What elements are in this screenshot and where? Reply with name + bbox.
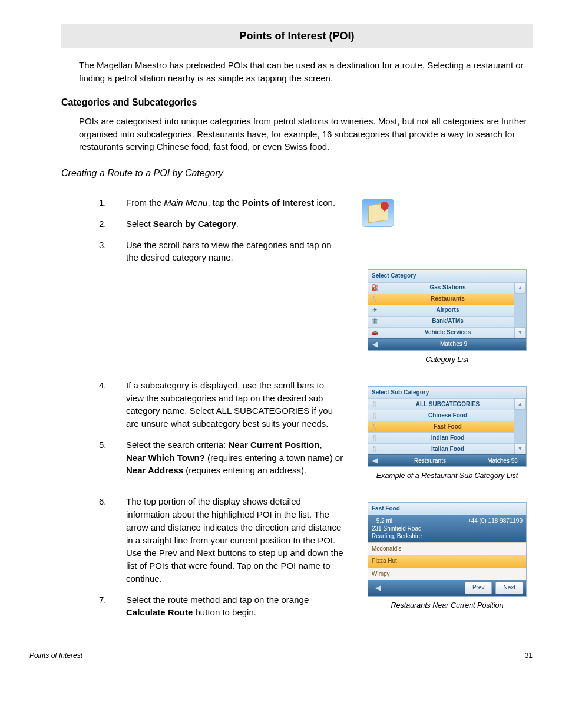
step-3: Use the scroll bars to view the categori… [99,239,344,265]
list-item[interactable]: 🍴Indian Food [368,432,514,443]
section-heading: Categories and Subcategories [61,95,533,109]
prev-button[interactable]: Prev [465,582,492,594]
screen1-footer: Matches 9 [381,340,526,349]
poi-phone: +44 (0) 118 9871199 [468,517,523,540]
category-icon: 🏦 [368,317,381,326]
direction-arrow-icon: ↓ [372,518,375,524]
poi-detail-panel: ↓ 5.2 mi 231 Shinfield Road Reading, Ber… [368,515,526,542]
poi-address-1: 231 Shinfield Road [372,525,422,532]
step-6: The top portion of the display shows det… [99,495,344,585]
list-item[interactable]: 🍴Chinese Food [368,410,514,421]
scroll-down-icon[interactable]: ▼ [514,327,526,338]
scroll-down-icon[interactable]: ▼ [514,443,526,454]
list-item[interactable]: 🍴Italian Food [368,443,514,454]
screen1-caption: Category List [362,354,533,365]
footer-section-name: Points of Interest [29,651,82,661]
screen2-footer-right: Matches 56 [479,457,526,466]
category-icon: 🍴 [368,295,381,304]
subsection-heading: Creating a Route to a POI by Category [61,166,533,180]
step-2: Select Search by Category. [99,218,344,230]
category-icon: 🍴 [368,445,381,454]
screen2-footer-left: Restaurants [381,457,479,466]
category-icon: 🍴 [368,423,381,431]
scroll-up-icon[interactable]: ▲ [514,282,526,294]
list-item[interactable]: 🚗Vehicle Services [368,327,514,338]
category-icon: ⛽ [368,284,381,292]
list-item[interactable]: Mcdonald's [368,542,526,555]
page-title: Points of Interest (POI) [61,24,533,48]
scrollbar[interactable]: ▲ ▼ [514,398,526,454]
scroll-up-icon[interactable]: ▲ [514,398,526,410]
list-item[interactable]: Pizza Hut [368,555,526,568]
poi-address-2: Reading, Berkshire [372,532,422,540]
step-5: Select the search criteria: Near Current… [99,439,344,477]
category-icon: 🍴 [368,411,381,420]
step-7: Select the route method and tap on the o… [99,594,344,620]
list-item[interactable]: 🍴Fast Food [368,421,514,432]
next-button[interactable]: Next [495,582,523,594]
scrollbar[interactable]: ▲ ▼ [514,282,526,338]
poi-map-icon [362,199,394,227]
subcategory-list-screen: Select Sub Category 🍴ALL SUBCATEGORIES🍴C… [368,386,527,467]
section-text: POIs are categorised into unique categor… [79,115,533,153]
poi-distance: 5.2 mi [376,518,392,524]
category-icon: ✈ [368,306,381,315]
list-item[interactable]: 🏦Bank/ATMs [368,316,514,327]
screen2-header: Select Sub Category [368,387,526,399]
back-icon[interactable]: ◀ [368,340,381,350]
page-number: 31 [525,651,533,661]
back-icon[interactable]: ◀ [368,456,381,466]
screen3-caption: Restaurants Near Current Position [362,600,533,611]
screen1-header: Select Category [368,270,526,282]
category-icon: 🍴 [368,400,381,409]
list-item[interactable]: ✈Airports [368,305,514,316]
category-icon: 🚗 [368,328,381,337]
screen2-caption: Example of a Restaurant Sub Category Lis… [362,470,533,481]
back-icon[interactable]: ◀ [371,583,384,593]
step-1: From the Main Menu, tap the Points of In… [99,196,344,209]
intro-text: The Magellan Maestro has preloaded POIs … [79,59,533,85]
list-item[interactable]: ⛽Gas Stations [368,282,514,294]
screen3-header: Fast Food [368,503,526,515]
list-item[interactable]: Wimpy [368,568,526,581]
list-item[interactable]: 🍴Restaurants [368,294,514,305]
category-icon: 🍴 [368,434,381,443]
category-list-screen: Select Category ⛽Gas Stations🍴Restaurant… [368,269,527,351]
poi-results-screen: Fast Food ↓ 5.2 mi 231 Shinfield Road Re… [368,502,527,597]
step-4: If a subcategory is displayed, use the s… [99,379,344,430]
list-item[interactable]: 🍴ALL SUBCATEGORIES [368,398,514,410]
